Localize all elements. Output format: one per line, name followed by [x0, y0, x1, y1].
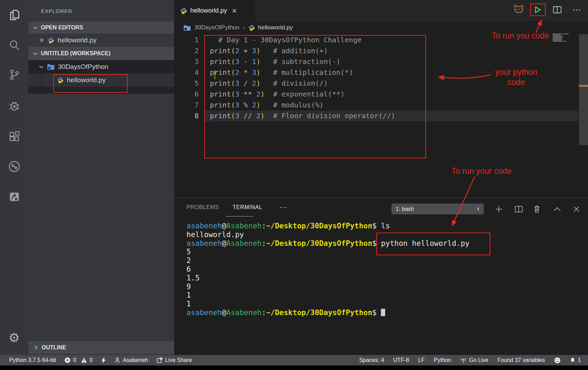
terminal-line: helloworld.py	[186, 230, 469, 239]
select-spinner-icon: ▲▼	[477, 207, 480, 211]
settings-gear-icon[interactable]: ⚙	[0, 328, 28, 348]
eol-status[interactable]: LF	[418, 357, 425, 363]
scrollbar-thumb[interactable]	[579, 34, 588, 145]
code-line[interactable]: 3print(3 - 1) # subtraction(-)	[174, 56, 588, 67]
bell-icon	[570, 357, 575, 363]
account-status[interactable]: Asabeneh	[114, 357, 148, 363]
share-extension-icon[interactable]	[0, 187, 28, 206]
vscode-window: ⚙ EXPLORER OPEN EDITORS × helloworld.py …	[0, 0, 588, 370]
tab-problems[interactable]: PROBLEMS	[186, 204, 219, 211]
encoding-status[interactable]: UTF-8	[393, 357, 409, 363]
split-terminal-icon[interactable]	[513, 204, 525, 215]
chevron-down-icon	[38, 64, 44, 70]
breadcrumb[interactable]: 30DaysOfPython › helloworld.py	[174, 21, 588, 34]
tab-label: helloworld.py	[190, 7, 227, 14]
breadcrumb-separator: ›	[243, 24, 245, 31]
error-icon	[64, 357, 71, 363]
lightning-icon[interactable]	[101, 357, 106, 364]
tree-item-folder[interactable]: 30DaysOfPython	[28, 60, 184, 73]
variables-status[interactable]: Found 37 variables	[497, 357, 545, 363]
search-icon[interactable]	[0, 35, 28, 55]
sidebar-title: EXPLORER	[41, 0, 72, 22]
workspace-folder-icon	[183, 24, 191, 31]
terminal-line: 5	[186, 248, 469, 256]
terminal-line: 1	[186, 291, 469, 300]
problems-status[interactable]: 0 0	[64, 357, 93, 363]
terminal-line: 6	[186, 265, 469, 274]
explorer-icon[interactable]	[0, 5, 28, 25]
open-editor-label: helloworld.py	[58, 36, 97, 44]
code-line[interactable]: 4print(2 * 3) # multiplication(*)	[174, 67, 588, 78]
terminal-output[interactable]: asabeneh@Asabeneh:~/Desktop/30DaysOfPyth…	[186, 222, 469, 317]
terminal-cursor	[381, 309, 385, 316]
debug-icon[interactable]	[0, 96, 28, 116]
code-editor[interactable]: 1 # Day 1 - 30DaysOfPython Challenge2pri…	[174, 35, 588, 121]
notifications-bell[interactable]: 1	[570, 357, 581, 363]
chevron-down-icon	[33, 51, 38, 56]
python-file-icon	[248, 24, 255, 31]
editor-scrollbar[interactable]	[579, 0, 588, 198]
bottom-strip	[0, 365, 588, 370]
live-share-status[interactable]: Live Share	[156, 357, 192, 363]
code-line[interactable]: 8print(3 // 2) # Floor division operator…	[174, 111, 588, 121]
python-interpreter[interactable]: Python 3.7.5 64-bit	[9, 357, 56, 363]
tree-file-label: helloworld.py	[67, 76, 106, 84]
run-button-annotation-box	[530, 3, 546, 16]
python-file-icon	[180, 7, 187, 14]
tab-helloworld[interactable]: helloworld.py ×	[174, 0, 255, 21]
outline-header[interactable]: OUTLINE	[28, 341, 179, 354]
terminal-line: asabeneh@Asabeneh:~/Desktop/30DaysOfPyth…	[186, 308, 469, 317]
terminal-line: 1.5	[186, 274, 469, 283]
split-editor-icon[interactable]	[549, 0, 565, 20]
workspace-header[interactable]: UNTITLED (WORKSPACE)	[28, 47, 178, 60]
terminal-line: asabeneh@Asabeneh:~/Desktop/30DaysOfPyth…	[186, 239, 469, 248]
overview-ruler-marker	[579, 85, 588, 87]
code-line[interactable]: 6print(3 ** 2) # exponential(**)	[174, 89, 588, 100]
breadcrumb-file[interactable]: helloworld.py	[258, 24, 293, 31]
new-terminal-icon[interactable]	[493, 204, 505, 215]
panel: PROBLEMS TERMINAL ⋯ 1: bash ▲▼ asabeneh@…	[174, 198, 588, 355]
open-editor-item[interactable]: × helloworld.py	[28, 34, 185, 47]
share-box-icon	[156, 357, 163, 363]
open-editors-header[interactable]: OPEN EDITORS	[28, 22, 178, 34]
warning-icon	[81, 357, 87, 363]
live-share-icon[interactable]	[0, 157, 28, 176]
minimap[interactable]	[553, 34, 569, 42]
close-icon[interactable]: ×	[232, 7, 237, 15]
python-file-icon	[48, 37, 54, 44]
kill-terminal-icon[interactable]	[531, 204, 543, 215]
activity-bar: ⚙	[0, 0, 28, 355]
terminal-line: asabeneh@Asabeneh:~/Desktop/30DaysOfPyth…	[186, 222, 469, 230]
language-status[interactable]: Python	[434, 357, 451, 363]
status-bar: Python 3.7.5 64-bit 0 0 Asabeneh Live Sh…	[0, 355, 588, 365]
breadcrumb-folder[interactable]: 30DaysOfPython	[194, 24, 240, 31]
editor-group: helloworld.py × ⋯ 30DaysOfPython › hello…	[174, 0, 588, 198]
python-file-icon	[57, 77, 64, 84]
terminal-line: 2	[186, 256, 469, 265]
close-icon[interactable]: ×	[40, 36, 44, 44]
source-control-icon[interactable]	[0, 65, 28, 85]
extensions-icon[interactable]	[0, 127, 28, 146]
code-line[interactable]: 5print(3 / 2) # division(/)	[174, 78, 588, 89]
run-play-icon[interactable]	[535, 6, 541, 13]
cat-icon[interactable]	[511, 0, 527, 20]
go-live-button[interactable]: Go Live	[460, 357, 488, 363]
feedback-smiley-icon[interactable]	[554, 357, 561, 364]
code-line[interactable]: 1 # Day 1 - 30DaysOfPython Challenge	[174, 35, 588, 45]
workspace-folder-icon	[47, 63, 55, 70]
indentation-status[interactable]: Spaces: 4	[359, 357, 384, 363]
tab-terminal[interactable]: TERMINAL	[233, 204, 262, 211]
active-tab-underline	[226, 216, 254, 216]
chevron-right-icon	[33, 345, 39, 350]
code-line[interactable]: 7print(3 % 2) # modulus(%)	[174, 100, 588, 111]
code-line[interactable]: 2print(2 + 3) # addition(+)	[174, 45, 588, 56]
maximize-panel-icon[interactable]	[551, 204, 563, 215]
terminal-shell-select[interactable]: 1: bash ▲▼	[391, 204, 484, 214]
tree-folder-label: 30DaysOfPython	[58, 63, 108, 71]
panel-more-icon[interactable]: ⋯	[279, 203, 287, 212]
person-icon	[114, 357, 120, 363]
chevron-down-icon	[33, 25, 38, 30]
terminal-line: 1	[186, 300, 469, 308]
close-panel-icon[interactable]	[571, 204, 582, 215]
indent-guide	[46, 73, 47, 87]
